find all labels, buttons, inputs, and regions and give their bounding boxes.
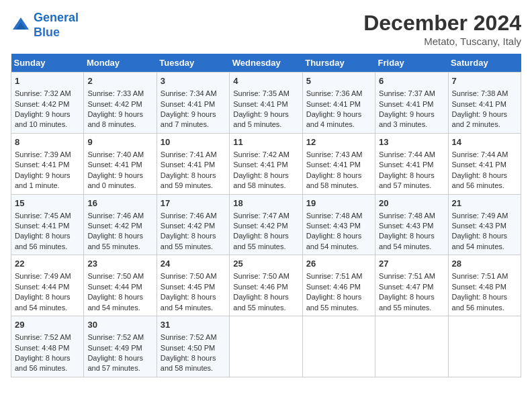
calendar-cell: 7Sunrise: 7:38 AMSunset: 4:41 PMDaylight… [448, 73, 521, 134]
day-number: 6 [379, 75, 444, 87]
sunset-text: Sunset: 4:41 PM [452, 161, 506, 169]
header-day-tuesday: Tuesday [157, 54, 229, 73]
daylight-text: Daylight: 8 hours and 55 minutes. [233, 232, 289, 250]
sunrise-text: Sunrise: 7:37 AM [379, 89, 435, 97]
sunrise-text: Sunrise: 7:36 AM [306, 89, 363, 97]
calendar-cell: 12Sunrise: 7:43 AMSunset: 4:41 PMDayligh… [302, 133, 375, 194]
sunset-text: Sunset: 4:42 PM [87, 222, 142, 230]
week-row-5: 29Sunrise: 7:52 AMSunset: 4:48 PMDayligh… [11, 316, 521, 377]
daylight-text: Daylight: 8 hours and 54 minutes. [15, 293, 71, 311]
header-day-wednesday: Wednesday [230, 54, 302, 73]
calendar-cell: 27Sunrise: 7:51 AMSunset: 4:47 PMDayligh… [375, 255, 448, 316]
sunset-text: Sunset: 4:42 PM [161, 222, 215, 230]
sunrise-text: Sunrise: 7:35 AM [233, 89, 290, 97]
week-row-1: 1Sunrise: 7:32 AMSunset: 4:42 PMDaylight… [11, 73, 521, 134]
sunset-text: Sunset: 4:43 PM [306, 222, 361, 230]
sunset-text: Sunset: 4:41 PM [452, 100, 506, 108]
sunrise-text: Sunrise: 7:48 AM [306, 212, 363, 220]
sunset-text: Sunset: 4:41 PM [306, 100, 361, 108]
daylight-text: Daylight: 8 hours and 54 minutes. [452, 232, 508, 250]
calendar-cell: 17Sunrise: 7:46 AMSunset: 4:42 PMDayligh… [157, 194, 229, 255]
calendar-cell: 21Sunrise: 7:49 AMSunset: 4:43 PMDayligh… [448, 194, 521, 255]
daylight-text: Daylight: 8 hours and 54 minutes. [379, 232, 435, 250]
logo: General Blue [11, 11, 79, 40]
sunrise-text: Sunrise: 7:44 AM [379, 150, 435, 158]
calendar-cell: 24Sunrise: 7:50 AMSunset: 4:45 PMDayligh… [157, 255, 229, 316]
logo-icon [11, 15, 31, 36]
sunrise-text: Sunrise: 7:46 AM [87, 212, 144, 220]
sunrise-text: Sunrise: 7:47 AM [233, 212, 290, 220]
sunset-text: Sunset: 4:47 PM [379, 283, 433, 291]
header-row: SundayMondayTuesdayWednesdayThursdayFrid… [11, 54, 521, 73]
calendar-cell: 10Sunrise: 7:41 AMSunset: 4:41 PMDayligh… [157, 133, 229, 194]
calendar-table: SundayMondayTuesdayWednesdayThursdayFrid… [11, 54, 521, 377]
day-number: 24 [161, 258, 226, 270]
calendar-cell [302, 316, 375, 377]
daylight-text: Daylight: 8 hours and 58 minutes. [161, 354, 216, 372]
day-number: 4 [233, 75, 298, 87]
daylight-text: Daylight: 9 hours and 0 minutes. [87, 171, 143, 189]
daylight-text: Daylight: 8 hours and 55 minutes. [233, 293, 289, 311]
sunset-text: Sunset: 4:41 PM [87, 161, 142, 169]
day-number: 3 [161, 75, 226, 87]
sunset-text: Sunset: 4:44 PM [87, 283, 142, 291]
logo-blue: Blue [34, 26, 79, 40]
daylight-text: Daylight: 9 hours and 10 minutes. [15, 110, 71, 128]
calendar-cell: 9Sunrise: 7:40 AMSunset: 4:41 PMDaylight… [84, 133, 157, 194]
page-header: General Blue December 2024 Metato, Tusca… [11, 11, 521, 47]
calendar-cell [230, 316, 302, 377]
daylight-text: Daylight: 8 hours and 56 minutes. [452, 293, 508, 311]
daylight-text: Daylight: 8 hours and 58 minutes. [233, 171, 289, 189]
calendar-cell: 13Sunrise: 7:44 AMSunset: 4:41 PMDayligh… [375, 133, 448, 194]
sunrise-text: Sunrise: 7:39 AM [15, 150, 71, 158]
daylight-text: Daylight: 9 hours and 7 minutes. [161, 110, 216, 128]
sunrise-text: Sunrise: 7:33 AM [87, 89, 144, 97]
calendar-cell: 28Sunrise: 7:51 AMSunset: 4:48 PMDayligh… [448, 255, 521, 316]
sunset-text: Sunset: 4:48 PM [452, 283, 506, 291]
sunset-text: Sunset: 4:50 PM [161, 344, 215, 352]
sunset-text: Sunset: 4:41 PM [306, 161, 361, 169]
sunset-text: Sunset: 4:41 PM [233, 100, 287, 108]
sunset-text: Sunset: 4:48 PM [15, 344, 69, 352]
daylight-text: Daylight: 9 hours and 2 minutes. [452, 110, 508, 128]
calendar-cell [375, 316, 448, 377]
calendar-cell: 25Sunrise: 7:50 AMSunset: 4:46 PMDayligh… [230, 255, 302, 316]
title-block: December 2024 Metato, Tuscany, Italy [363, 11, 521, 47]
sunrise-text: Sunrise: 7:45 AM [15, 212, 71, 220]
sunrise-text: Sunrise: 7:50 AM [87, 272, 144, 280]
day-number: 9 [87, 136, 152, 148]
day-number: 19 [306, 197, 371, 210]
calendar-cell: 23Sunrise: 7:50 AMSunset: 4:44 PMDayligh… [84, 255, 157, 316]
sunset-text: Sunset: 4:42 PM [87, 100, 142, 108]
sunrise-text: Sunrise: 7:46 AM [161, 212, 217, 220]
day-number: 11 [233, 136, 298, 148]
header-day-monday: Monday [84, 54, 157, 73]
sunset-text: Sunset: 4:41 PM [161, 161, 215, 169]
daylight-text: Daylight: 9 hours and 8 minutes. [87, 110, 143, 128]
location-text: Metato, Tuscany, Italy [363, 36, 521, 47]
daylight-text: Daylight: 8 hours and 56 minutes. [15, 354, 71, 372]
sunrise-text: Sunrise: 7:50 AM [161, 272, 217, 280]
sunset-text: Sunset: 4:42 PM [233, 222, 287, 230]
logo-text: General Blue [34, 11, 79, 40]
daylight-text: Daylight: 8 hours and 59 minutes. [161, 171, 216, 189]
month-title: December 2024 [363, 11, 521, 36]
sunrise-text: Sunrise: 7:51 AM [379, 272, 435, 280]
sunset-text: Sunset: 4:41 PM [161, 100, 215, 108]
daylight-text: Daylight: 8 hours and 56 minutes. [15, 232, 71, 250]
daylight-text: Daylight: 9 hours and 1 minute. [15, 171, 71, 189]
day-number: 22 [15, 258, 80, 270]
day-number: 20 [379, 197, 444, 210]
calendar-cell: 4Sunrise: 7:35 AMSunset: 4:41 PMDaylight… [230, 73, 302, 134]
sunrise-text: Sunrise: 7:44 AM [452, 150, 508, 158]
daylight-text: Daylight: 9 hours and 5 minutes. [233, 110, 289, 128]
logo-general: General [34, 11, 79, 24]
daylight-text: Daylight: 8 hours and 55 minutes. [379, 293, 435, 311]
day-number: 8 [15, 136, 80, 148]
calendar-cell: 26Sunrise: 7:51 AMSunset: 4:46 PMDayligh… [302, 255, 375, 316]
daylight-text: Daylight: 8 hours and 57 minutes. [379, 171, 435, 189]
calendar-cell: 29Sunrise: 7:52 AMSunset: 4:48 PMDayligh… [11, 316, 84, 377]
day-number: 7 [452, 75, 517, 87]
calendar-cell: 11Sunrise: 7:42 AMSunset: 4:41 PMDayligh… [230, 133, 302, 194]
daylight-text: Daylight: 8 hours and 54 minutes. [161, 293, 216, 311]
